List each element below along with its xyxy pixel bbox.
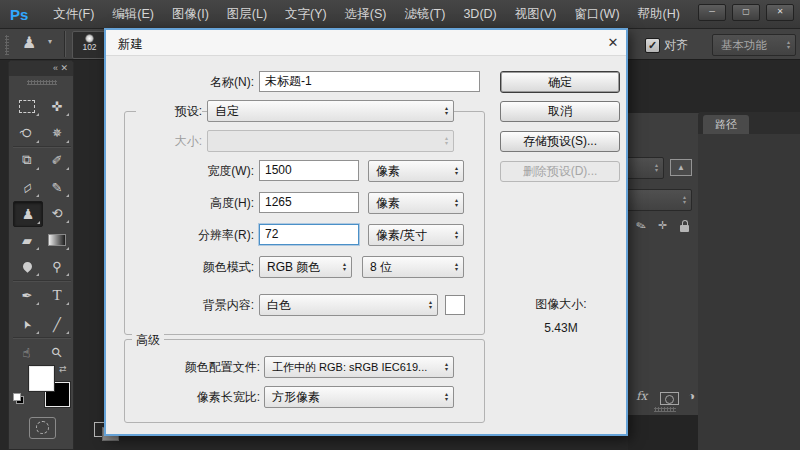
line-icon: ╱ [53,317,61,332]
advanced-group-label[interactable]: 高级 [132,332,164,349]
adjustment-layer-icon[interactable]: ◑ [688,389,695,403]
blur-tool[interactable] [13,254,41,278]
background-color-chip[interactable] [445,295,465,315]
menu-layer[interactable]: 图层(L) [218,0,276,28]
history-brush-tool[interactable]: ⟲ [43,201,71,225]
background-contents-dropdown[interactable]: 白色 [259,294,438,316]
path-selection-tool[interactable]: ➤ [13,312,41,336]
menu-image[interactable]: 图像(I) [163,0,218,28]
close-window-button[interactable]: ✕ [766,4,794,21]
menu-filter[interactable]: 滤镜(T) [395,0,454,28]
bit-depth-dropdown[interactable]: 8 位 [362,256,464,278]
menu-bar: Ps 文件(F) 编辑(E) 图像(I) 图层(L) 文字(Y) 选择(S) 滤… [0,0,800,29]
lasso-tool[interactable]: Q [13,121,41,145]
spot-healing-brush-tool[interactable]: ▱ [13,175,41,199]
default-colors-icon[interactable] [13,393,23,403]
aligned-checkbox[interactable]: ✓ [645,38,660,53]
resolution-input[interactable]: 72 [259,224,359,245]
menu-window[interactable]: 窗口(W) [565,0,628,28]
rectangular-marquee-tool[interactable] [13,94,41,118]
pixel-aspect-ratio-dropdown[interactable]: 方形像素 [264,386,454,408]
name-input[interactable]: 未标题-1 [259,71,480,92]
tab-paths[interactable]: 路径 [703,115,749,134]
menu-help[interactable]: 帮助(H) [629,0,689,28]
preset-dropdown[interactable]: 自定 [207,100,454,122]
blend-mode-dropdown[interactable] [628,157,664,179]
healing-brush-icon: ▱ [19,178,36,196]
ok-button[interactable]: 确定 [500,71,620,93]
color-mode-dropdown[interactable]: RGB 颜色 [259,256,352,278]
clone-stamp-icon: ♟ [22,206,35,222]
hand-tool[interactable]: ☜ [13,340,41,364]
cancel-button[interactable]: 取消 [500,101,620,122]
aligned-checkbox-label: 对齐 [664,37,688,54]
water-drop-icon [21,260,34,273]
width-input[interactable]: 1500 [259,160,359,181]
eyedropper-tool[interactable]: ✐ [43,148,71,172]
clone-stamp-preset-icon[interactable]: ♟ [22,33,36,52]
magic-wand-tool[interactable]: ✵ [43,121,71,145]
layer-thumbnail-icon[interactable]: ▲ [670,159,692,176]
zoom-tool[interactable]: ⚲ [43,340,71,364]
menu-type[interactable]: 文字(Y) [276,0,336,28]
type-tool[interactable]: T [43,283,71,307]
eraser-tool[interactable]: ▰ [13,228,41,252]
menu-3d[interactable]: 3D(D) [454,0,505,28]
panel-grip [654,407,676,412]
hand-icon: ☜ [20,346,35,358]
window-controls: ─ ▢ ✕ [698,4,794,21]
lock-paint-icon[interactable]: ✎ [634,218,648,235]
workspace-switcher-dropdown[interactable]: 基本功能 [712,34,796,56]
menu-view[interactable]: 视图(V) [506,0,566,28]
menu-edit[interactable]: 编辑(E) [103,0,163,28]
gradient-tool[interactable] [43,228,71,252]
toolbox-header[interactable]: « ✕ [9,61,73,76]
toolbox-grip[interactable] [27,80,57,85]
brush-preset-picker[interactable]: 102 [72,31,107,59]
paths-panel: 路径 [698,112,800,450]
move-tool[interactable]: ✜ [43,94,71,118]
advanced-group [124,339,485,423]
color-profile-dropdown[interactable]: 工作中的 RGB: sRGB IEC619... [264,356,454,378]
dodge-icon: ⚲ [52,259,62,274]
add-layer-mask-icon[interactable] [660,392,679,405]
tool-separator [13,280,71,281]
pen-tool[interactable]: ✒ [13,283,41,307]
brush-tool[interactable]: ✎ [43,175,71,199]
eraser-icon: ▰ [22,233,32,248]
dialog-title: 新建 [118,36,143,53]
resolution-label: 分辨率(R): [124,227,254,243]
height-unit-dropdown[interactable]: 像素 [368,192,464,214]
options-grip[interactable] [5,35,9,55]
menu-select[interactable]: 选择(S) [336,0,396,28]
menu-file[interactable]: 文件(F) [44,0,103,28]
tool-preset-dropdown-arrow-icon[interactable]: ▾ [48,37,52,46]
width-unit-dropdown[interactable]: 像素 [368,160,464,182]
move-icon: ✜ [52,99,63,114]
tool-separator [13,337,71,338]
toolbox-panel: « ✕ ✜ Q ✵ ⧉ ✐ ▱ ✎ ♟ ⟲ ▰ ⚲ ✒ T ➤ ╱ ☜ ⚲ ⇄ [8,60,74,450]
dodge-tool[interactable]: ⚲ [43,254,71,278]
gradient-icon [48,234,66,246]
swap-colors-icon[interactable]: ⇄ [59,364,67,374]
pen-icon: ✒ [22,288,33,303]
lock-position-icon[interactable]: ✛ [658,219,667,232]
dialog-title-bar[interactable]: 新建 ✕ [106,30,626,56]
maximize-button[interactable]: ▢ [732,4,760,21]
image-size-value: 5.43M [506,321,616,335]
foreground-color-swatch[interactable] [29,366,54,391]
color-mode-label: 颜色模式: [124,259,254,275]
lock-all-icon[interactable] [680,225,689,232]
minimize-button[interactable]: ─ [698,4,726,21]
dialog-close-icon[interactable]: ✕ [602,33,624,52]
height-input[interactable]: 1265 [259,192,359,213]
opacity-dropdown[interactable] [628,189,692,211]
crop-tool[interactable]: ⧉ [13,148,41,172]
save-preset-button[interactable]: 存储预设(S)... [500,131,620,152]
quick-mask-button[interactable] [29,417,56,439]
clone-stamp-tool[interactable]: ♟ [13,201,43,227]
line-tool[interactable]: ╱ [43,312,71,336]
pixel-aspect-ratio-label: 像素长宽比: [124,389,260,405]
resolution-unit-dropdown[interactable]: 像素/英寸 [368,224,464,246]
layer-effects-fx-icon[interactable]: fx [636,389,647,403]
